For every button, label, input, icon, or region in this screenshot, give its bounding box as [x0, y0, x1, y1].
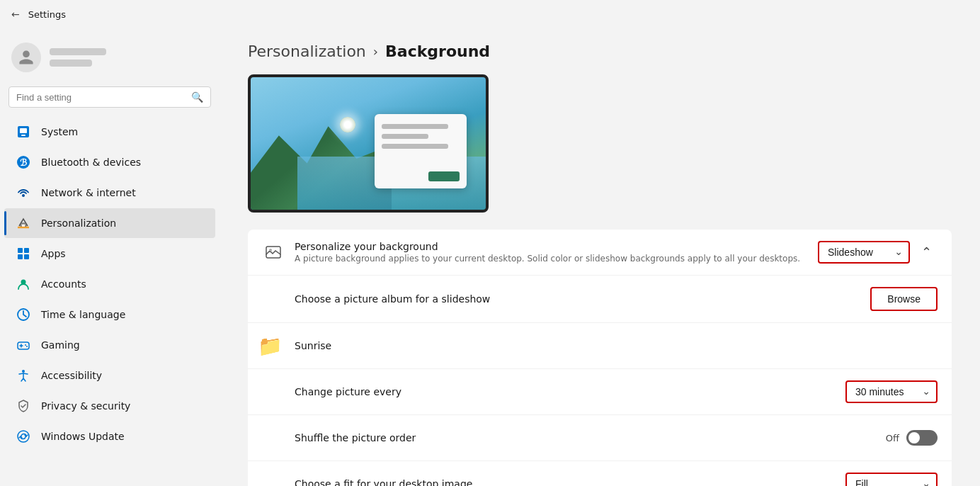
- user-name-line1: [50, 48, 106, 55]
- sidebar-item-network[interactable]: Network & internet: [4, 178, 215, 208]
- background-row-title: Personalize your background: [295, 241, 818, 252]
- search-input[interactable]: [16, 92, 186, 103]
- sidebar-item-privacy[interactable]: Privacy & security: [4, 391, 215, 421]
- browse-button[interactable]: Browse: [870, 287, 938, 311]
- sidebar-item-gaming[interactable]: Gaming: [4, 330, 215, 360]
- sidebar-item-time[interactable]: Time & language: [4, 300, 215, 329]
- folder-row-title: Sunrise: [295, 340, 938, 351]
- sidebar-item-label-personalization: Personalization: [41, 217, 116, 229]
- svg-rect-10: [24, 248, 29, 253]
- sidebar-item-label-time: Time & language: [41, 309, 125, 320]
- user-avatar-icon: [18, 49, 35, 66]
- time-icon: [16, 307, 31, 322]
- fit-row-icon: [262, 473, 285, 486]
- album-row-title: Choose a picture album for a slideshow: [295, 293, 870, 305]
- row-choose-album: Choose a picture album for a slideshow B…: [248, 276, 952, 323]
- background-dropdown-wrapper: Picture Solid color Slideshow Spotlight: [818, 241, 910, 264]
- timer-row-title: Change picture every: [295, 386, 845, 397]
- sidebar-item-label-update: Windows Update: [41, 431, 125, 442]
- sidebar-item-label-apps: Apps: [41, 248, 66, 259]
- preview-line-3: [382, 144, 448, 149]
- folder-row-text: Sunrise: [295, 340, 938, 351]
- update-icon: [16, 429, 31, 444]
- album-row-text: Choose a picture album for a slideshow: [295, 293, 870, 305]
- sidebar-item-update[interactable]: Windows Update: [4, 422, 215, 451]
- shuffle-row-title: Shuffle the picture order: [295, 432, 886, 443]
- breadcrumb-parent[interactable]: Personalization: [248, 43, 366, 60]
- toggle-off-label: Off: [886, 433, 899, 443]
- background-row-control: Picture Solid color Slideshow Spotlight …: [818, 241, 938, 264]
- breadcrumb: Personalization › Background: [248, 43, 952, 60]
- preview-button: [428, 171, 460, 181]
- preview-line-2: [382, 134, 428, 139]
- user-name: [50, 48, 106, 67]
- svg-rect-2: [21, 135, 25, 136]
- toggle-slider: [906, 430, 938, 446]
- svg-rect-1: [20, 128, 27, 133]
- breadcrumb-separator: ›: [373, 44, 378, 59]
- fit-row-text: Choose a fit for your desktop image: [295, 478, 845, 486]
- sidebar: 🔍 System ℬ Bluetooth & devices: [0, 28, 220, 486]
- app-title: Settings: [28, 9, 66, 20]
- desktop-preview-container: [248, 74, 952, 213]
- background-row-text: Personalize your background A picture ba…: [295, 241, 818, 264]
- main-content: Personalization › Background: [220, 28, 980, 486]
- preview-window: [375, 114, 467, 188]
- svg-point-19: [26, 346, 28, 347]
- svg-rect-12: [24, 254, 29, 259]
- svg-point-20: [22, 370, 25, 373]
- sidebar-item-label-network: Network & internet: [41, 187, 136, 198]
- sidebar-item-label-accounts: Accounts: [41, 278, 86, 290]
- gaming-icon: [16, 337, 31, 353]
- sidebar-item-accounts[interactable]: Accounts: [4, 269, 215, 299]
- fit-dropdown[interactable]: Fill Fit Stretch Tile Center Span: [845, 473, 938, 486]
- fit-row-control: Fill Fit Stretch Tile Center Span: [845, 473, 938, 486]
- sidebar-item-personalization[interactable]: Personalization: [4, 208, 215, 238]
- album-row-control: Browse: [870, 287, 938, 311]
- svg-point-21: [18, 431, 29, 442]
- accessibility-icon: [16, 368, 31, 383]
- change-picture-dropdown[interactable]: 1 minute 10 minutes 30 minutes 1 hour 6 …: [845, 380, 938, 403]
- timer-row-icon: [262, 380, 285, 403]
- fit-row-title: Choose a fit for your desktop image: [295, 478, 845, 486]
- background-row-subtitle: A picture background applies to your cur…: [295, 254, 818, 264]
- search-box[interactable]: 🔍: [8, 86, 211, 108]
- folder-row-icon: 📁: [262, 334, 285, 357]
- shuffle-toggle[interactable]: [906, 430, 938, 446]
- collapse-button[interactable]: ⌃: [916, 242, 938, 263]
- shuffle-row-control: Off: [886, 430, 938, 446]
- svg-point-23: [269, 249, 272, 252]
- nav-list: System ℬ Bluetooth & devices: [0, 116, 220, 452]
- background-row-icon: [262, 241, 285, 264]
- sidebar-item-system[interactable]: System: [4, 117, 215, 147]
- user-profile: [0, 34, 220, 84]
- row-sunrise-folder: 📁 Sunrise: [248, 323, 952, 369]
- title-bar: ← Settings: [0, 0, 980, 28]
- fit-dropdown-wrapper: Fill Fit Stretch Tile Center Span: [845, 473, 938, 486]
- shuffle-row-text: Shuffle the picture order: [295, 432, 886, 443]
- album-row-icon: [262, 288, 285, 310]
- svg-point-5: [22, 194, 25, 197]
- preview-sun: [340, 117, 355, 132]
- sidebar-item-label-bluetooth: Bluetooth & devices: [41, 157, 141, 168]
- privacy-icon: [16, 398, 31, 414]
- desktop-preview: [248, 74, 489, 213]
- settings-section: Personalize your background A picture ba…: [248, 230, 952, 486]
- row-shuffle: Shuffle the picture order Off: [248, 415, 952, 461]
- sidebar-item-bluetooth[interactable]: ℬ Bluetooth & devices: [4, 147, 215, 177]
- timer-dropdown-wrapper: 1 minute 10 minutes 30 minutes 1 hour 6 …: [845, 380, 938, 403]
- svg-rect-7: [22, 225, 25, 227]
- sidebar-item-label-gaming: Gaming: [41, 339, 80, 351]
- background-type-dropdown[interactable]: Picture Solid color Slideshow Spotlight: [818, 241, 910, 264]
- sidebar-item-apps[interactable]: Apps: [4, 239, 215, 269]
- sidebar-item-label-accessibility: Accessibility: [41, 370, 102, 381]
- sidebar-item-label-system: System: [41, 126, 78, 137]
- svg-text:ℬ: ℬ: [20, 157, 28, 168]
- bluetooth-icon: ℬ: [16, 154, 31, 170]
- svg-point-18: [25, 344, 26, 346]
- back-button[interactable]: ←: [11, 9, 20, 20]
- preview-line-1: [382, 124, 448, 129]
- apps-icon: [16, 246, 31, 261]
- svg-rect-9: [18, 248, 23, 253]
- sidebar-item-accessibility[interactable]: Accessibility: [4, 361, 215, 390]
